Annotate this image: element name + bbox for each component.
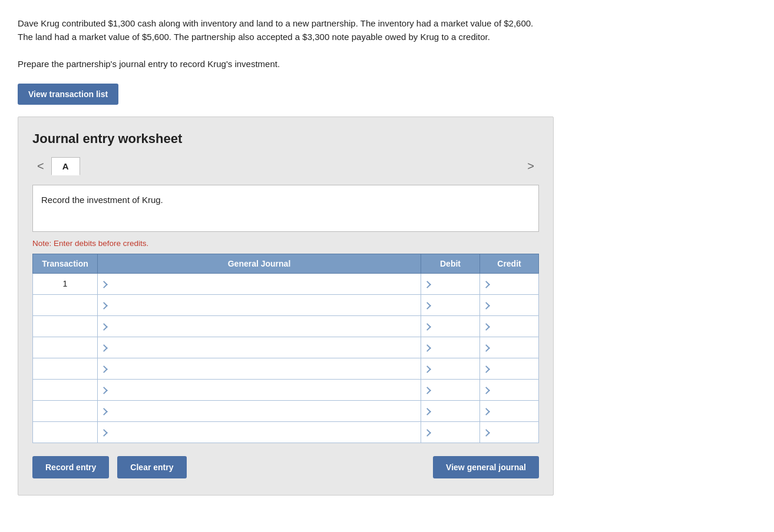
problem-line1: Dave Krug contributed $1,300 cash along … (18, 18, 533, 28)
cell-debit[interactable] (421, 273, 480, 294)
cell-credit[interactable] (480, 358, 539, 379)
clear-entry-button[interactable]: Clear entry (117, 456, 186, 478)
cell-general-journal[interactable] (98, 400, 421, 421)
problem-text: Dave Krug contributed $1,300 cash along … (18, 16, 748, 44)
view-general-journal-button[interactable]: View general journal (433, 456, 539, 478)
th-credit: Credit (480, 254, 539, 273)
cell-general-journal[interactable] (98, 273, 421, 294)
prepare-text: Prepare the partnership's journal entry … (18, 57, 756, 71)
cell-transaction (33, 379, 98, 400)
cell-debit[interactable] (421, 294, 480, 315)
cell-credit[interactable] (480, 421, 539, 443)
cell-general-journal[interactable] (98, 379, 421, 400)
action-buttons: Record entry Clear entry View general jo… (32, 456, 539, 478)
tab-a[interactable]: A (51, 157, 80, 175)
cell-debit[interactable] (421, 379, 480, 400)
cell-debit[interactable] (421, 421, 480, 443)
cell-credit[interactable] (480, 273, 539, 294)
cell-transaction (33, 315, 98, 337)
cell-credit[interactable] (480, 337, 539, 358)
description-text: Record the investment of Krug. (41, 195, 163, 205)
cell-debit[interactable] (421, 358, 480, 379)
view-transaction-button[interactable]: View transaction list (18, 84, 118, 105)
problem-line2: The land had a market value of $5,600. T… (18, 32, 490, 42)
cell-transaction (33, 294, 98, 315)
table-row (33, 400, 539, 421)
cell-credit[interactable] (480, 400, 539, 421)
cell-credit[interactable] (480, 315, 539, 337)
cell-general-journal[interactable] (98, 421, 421, 443)
th-debit: Debit (421, 254, 480, 273)
cell-credit[interactable] (480, 379, 539, 400)
table-row (33, 294, 539, 315)
cell-general-journal[interactable] (98, 315, 421, 337)
cell-credit[interactable] (480, 294, 539, 315)
tab-next-arrow[interactable]: > (522, 158, 539, 174)
th-transaction: Transaction (33, 254, 98, 273)
cell-transaction (33, 358, 98, 379)
cell-transaction (33, 421, 98, 443)
table-row (33, 379, 539, 400)
record-entry-button[interactable]: Record entry (32, 456, 109, 478)
tab-nav: < A > (32, 157, 539, 175)
cell-debit[interactable] (421, 337, 480, 358)
cell-transaction: 1 (33, 273, 98, 294)
table-row (33, 421, 539, 443)
th-general-journal: General Journal (98, 254, 421, 273)
cell-transaction (33, 337, 98, 358)
journal-table: Transaction General Journal Debit Credit… (32, 254, 539, 443)
tab-prev-arrow[interactable]: < (32, 158, 49, 174)
cell-debit[interactable] (421, 315, 480, 337)
note-text: Note: Enter debits before credits. (32, 239, 539, 248)
cell-general-journal[interactable] (98, 294, 421, 315)
description-box: Record the investment of Krug. (32, 185, 539, 232)
worksheet-title: Journal entry worksheet (32, 131, 539, 147)
table-row (33, 358, 539, 379)
cell-debit[interactable] (421, 400, 480, 421)
worksheet-container: Journal entry worksheet < A > Record the… (18, 117, 554, 496)
table-row (33, 315, 539, 337)
cell-general-journal[interactable] (98, 358, 421, 379)
cell-transaction (33, 400, 98, 421)
table-row: 1 (33, 273, 539, 294)
table-row (33, 337, 539, 358)
cell-general-journal[interactable] (98, 337, 421, 358)
